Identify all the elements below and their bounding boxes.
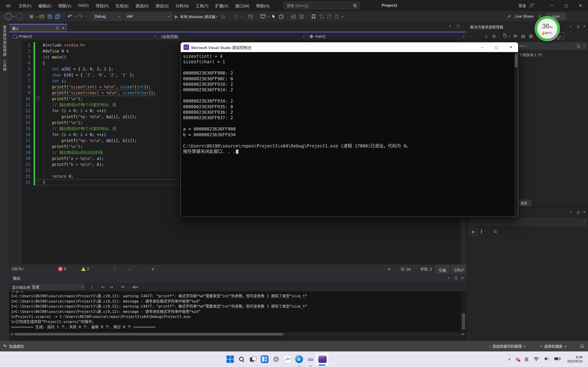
se-back-icon[interactable]: ← xyxy=(469,33,474,40)
code-line[interactable]: printf("\n"); xyxy=(43,120,83,126)
clear-all-icon[interactable]: ≡✕ xyxy=(120,284,126,290)
save-all-button[interactable] xyxy=(54,13,61,20)
properties-property-pages-icon[interactable] xyxy=(493,228,498,235)
menu-item[interactable]: 分析(N) xyxy=(172,0,192,11)
float-window-icon[interactable]: ▢ xyxy=(457,24,460,27)
indent-decrease-button[interactable] xyxy=(298,13,305,20)
sync-icon[interactable]: ⟳ xyxy=(516,357,519,362)
console-maximize-button[interactable]: ▢ xyxy=(489,42,504,52)
widgets-icon[interactable] xyxy=(259,354,270,364)
nav-scope-dropdown[interactable]: (全局范围) ▾ xyxy=(158,32,307,41)
code-line[interactable]: #include <stdio.h> xyxy=(43,42,85,48)
tab-git-changes[interactable]: 更改 xyxy=(516,200,531,206)
next-bookmark-button[interactable] xyxy=(326,13,333,20)
se-pending-changes-filter-icon[interactable] xyxy=(502,33,508,40)
code-line[interactable]: char b[N] = { '2', '0', '2', '2' }; xyxy=(43,72,134,78)
hot-reload-button[interactable] xyxy=(232,13,239,20)
code-line[interactable]: printf("\n"); xyxy=(43,144,83,150)
se-window-caret-icon[interactable]: ▾ xyxy=(570,25,571,28)
menu-item[interactable]: 测试(S) xyxy=(152,0,172,11)
menu-item[interactable]: 调试(D) xyxy=(132,0,152,11)
wifi-icon[interactable] xyxy=(534,357,539,362)
code-line[interactable]: int a[N] = { 2, 0, 2, 2 }; xyxy=(43,66,113,72)
start-button[interactable] xyxy=(225,354,235,364)
navigate-back-caret-icon[interactable]: ▾ xyxy=(14,15,15,18)
code-line[interactable]: // 输出数组a中每个元素的地址、值 xyxy=(43,102,116,108)
properties-alphabetical-icon[interactable]: AZ xyxy=(480,228,487,235)
code-line[interactable]: for (i = 0; i < N; ++i) xyxy=(43,108,106,114)
new-project-button[interactable]: ⊞ xyxy=(28,13,35,20)
hot-reload-caret-icon[interactable]: ▾ xyxy=(241,15,242,18)
console-minimize-button[interactable]: ─ xyxy=(475,42,489,52)
tool-window-tab[interactable]: 工具箱 xyxy=(2,60,7,71)
output-pin-icon[interactable] xyxy=(454,276,458,280)
volume-icon[interactable] xyxy=(544,357,549,362)
menu-item[interactable]: 生成(B) xyxy=(112,0,132,11)
code-line[interactable]: // 输出数组b中每个元素的地址、值 xyxy=(43,126,116,132)
find-in-files-button[interactable] xyxy=(247,13,254,20)
start-without-debugging-button[interactable]: ▷ xyxy=(220,13,227,20)
code-line[interactable]: { xyxy=(43,60,45,66)
code-line[interactable]: int i; xyxy=(43,78,66,84)
settings-gear-icon[interactable]: ⚙ xyxy=(271,354,281,364)
menu-item[interactable]: 工具(T) xyxy=(192,0,212,11)
widget-settings-icon[interactable]: ⚙ xyxy=(557,36,560,40)
se-filter-caret-icon[interactable]: ▾ xyxy=(509,35,510,38)
nav-function-dropdown[interactable]: main() ▾ xyxy=(307,32,466,41)
solution-configuration-dropdown[interactable]: Debug▾ xyxy=(92,13,122,20)
console-close-button[interactable]: ✕ xyxy=(504,42,518,52)
home-caret-icon[interactable]: ▾ xyxy=(268,15,269,18)
visual-studio-taskbar-icon[interactable]: ∞ xyxy=(305,354,316,364)
tab-list-caret-icon[interactable]: ▾ xyxy=(449,24,451,28)
taskbar-search-icon[interactable] xyxy=(237,354,247,364)
select-repository-button[interactable]: ⬦ 选择存储库 ▲ xyxy=(540,341,567,351)
sign-in-button[interactable]: 登录 + xyxy=(519,0,533,11)
console-title-bar[interactable]: C:\ Microsoft Visual Studio 调试控制台 ─ ▢ ✕ xyxy=(181,42,518,52)
output-horizontal-scrollbar[interactable]: ◀ ▶ xyxy=(9,332,466,336)
code-line[interactable]: // 输出数组名a和b对应的值 xyxy=(43,150,103,156)
hscroll-left-arrow-icon[interactable]: ◀ xyxy=(151,265,153,273)
code-line[interactable]: printf("sizeof(char) = %d\n", sizeof(cha… xyxy=(43,90,156,96)
taskbar-clock[interactable]: 8:36 2022/5/10 xyxy=(557,355,582,363)
output-log[interactable]: 1>源.c1>C:\Users\86198\source\repos\Proje… xyxy=(9,291,461,332)
maximize-button[interactable]: ▢ xyxy=(559,0,573,11)
menu-item[interactable]: Git(G) xyxy=(75,0,92,11)
code-line[interactable]: #define N 4 xyxy=(43,48,69,54)
console-output[interactable]: sizeof(int) = 4sizeof(char) = 1 00000023… xyxy=(181,52,518,217)
minimize-button[interactable]: ─ xyxy=(545,0,559,11)
properties-window-caret-icon[interactable]: ▾ xyxy=(570,211,571,214)
solution-platform-dropdown[interactable]: x64▾ xyxy=(124,13,172,20)
fold-collapse-icon[interactable]: − xyxy=(36,96,40,100)
hscroll-right-arrow-icon[interactable]: ▶ xyxy=(388,265,390,273)
code-line[interactable]: printf("%p: %d\n", &a[i], a[i]); xyxy=(43,114,137,120)
quick-search-box[interactable]: 搜索 (Ctrl+Q) xyxy=(284,2,360,9)
code-line[interactable]: int main() xyxy=(43,54,66,60)
word-wrap-icon[interactable]: ab↵ xyxy=(132,284,139,290)
next-message-icon[interactable]: ⇒ xyxy=(109,284,114,290)
copy-document-button[interactable] xyxy=(278,13,285,20)
properties-categorized-icon[interactable]: ⊞ xyxy=(469,228,477,235)
cpu-monitor-widget[interactable]: 36% 68°C ⚙ xyxy=(535,16,560,41)
add-to-source-control-button[interactable]: ↑ 添加到源代码管理 ▲ xyxy=(489,341,526,351)
previous-bookmark-button[interactable] xyxy=(318,13,325,20)
output-hscroll-left-icon[interactable]: ◀ xyxy=(10,333,12,336)
menu-item[interactable]: 视图(V) xyxy=(55,0,75,11)
previous-issue-button[interactable]: ↑ xyxy=(114,265,115,273)
save-button[interactable] xyxy=(46,13,53,20)
se-switch-views-icon[interactable]: ⧉ xyxy=(491,33,497,40)
task-view-icon[interactable] xyxy=(248,354,258,364)
code-line[interactable]: printf("\n"); xyxy=(43,96,83,102)
goto-message-icon[interactable]: ↧ xyxy=(89,284,95,290)
ime-indicator[interactable]: 英 xyxy=(524,356,528,362)
code-line[interactable]: for (i = 0; i < N; ++i) xyxy=(43,132,106,138)
warning-count[interactable]: 2 xyxy=(81,265,89,273)
output-vertical-scrollbar[interactable] xyxy=(461,291,466,332)
solution-node-label[interactable]: 个项目/共 1 个) xyxy=(519,52,542,57)
nav-project-dropdown[interactable]: + Project1 ▾ xyxy=(9,32,158,41)
clear-bookmarks-button[interactable] xyxy=(334,13,340,20)
debug-console-taskbar-icon[interactable]: C:\_ xyxy=(317,354,328,364)
indent-increase-button[interactable] xyxy=(290,13,297,20)
start-debugging-button[interactable]: ▶ 本地 Windows 调试器 ▾ xyxy=(173,13,219,20)
menu-item[interactable]: 扩展(X) xyxy=(212,0,232,11)
new-project-caret-icon[interactable]: ▾ xyxy=(36,15,38,18)
